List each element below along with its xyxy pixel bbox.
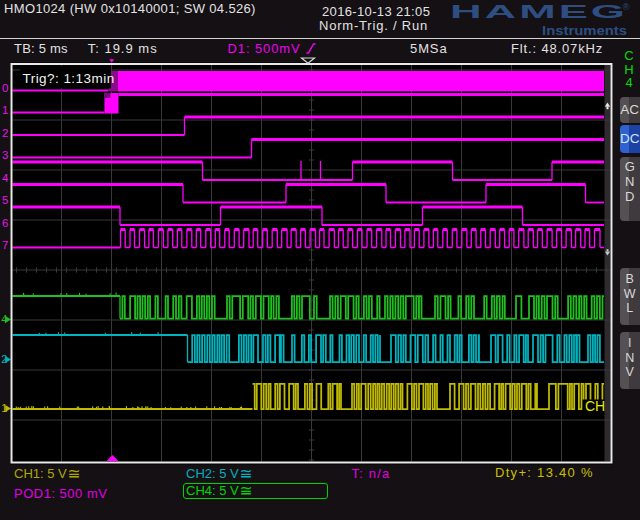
svg-text:0: 0	[2, 82, 8, 94]
svg-text:1: 1	[2, 104, 8, 116]
svg-text:2: 2	[2, 127, 8, 139]
svg-text:6: 6	[2, 217, 8, 229]
svg-text:4: 4	[2, 172, 9, 184]
svg-text:CH: CH	[585, 398, 605, 414]
svg-text:Trig?: 1:13min: Trig?: 1:13min	[23, 71, 115, 86]
svg-text:5: 5	[2, 194, 8, 206]
svg-text:3: 3	[2, 149, 8, 161]
svg-text:7: 7	[2, 239, 8, 251]
